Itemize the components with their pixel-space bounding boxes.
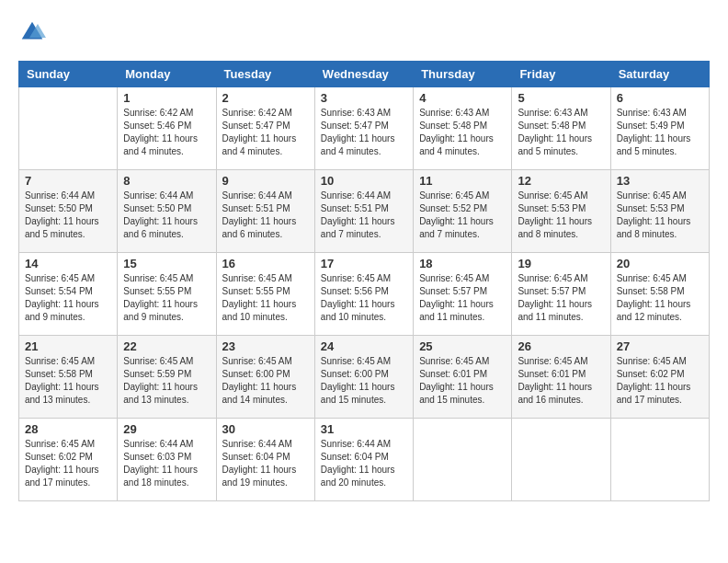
calendar-cell: 29Sunrise: 6:44 AMSunset: 6:03 PMDayligh…	[118, 419, 216, 501]
calendar-week-1: 1Sunrise: 6:42 AMSunset: 5:46 PMDaylight…	[19, 87, 710, 170]
calendar-cell: 17Sunrise: 6:45 AMSunset: 5:56 PMDayligh…	[314, 253, 413, 336]
day-number: 22	[123, 339, 210, 353]
calendar-cell: 2Sunrise: 6:42 AMSunset: 5:47 PMDaylight…	[216, 87, 314, 170]
day-number: 4	[419, 91, 506, 105]
calendar-cell: 16Sunrise: 6:45 AMSunset: 5:55 PMDayligh…	[216, 253, 314, 336]
day-info: Sunrise: 6:44 AMSunset: 6:04 PMDaylight:…	[321, 438, 407, 489]
day-number: 20	[617, 257, 703, 270]
day-number: 6	[617, 91, 703, 105]
calendar-cell: 4Sunrise: 6:43 AMSunset: 5:48 PMDaylight…	[414, 87, 512, 170]
header-saturday: Saturday	[610, 62, 709, 87]
day-number: 18	[419, 257, 506, 270]
day-info: Sunrise: 6:45 AMSunset: 5:55 PMDaylight:…	[123, 272, 210, 324]
day-number: 26	[518, 339, 604, 353]
day-number: 19	[518, 257, 604, 270]
day-number: 8	[123, 174, 210, 188]
calendar-cell: 11Sunrise: 6:45 AMSunset: 5:52 PMDayligh…	[414, 170, 512, 253]
day-info: Sunrise: 6:44 AMSunset: 6:04 PMDaylight:…	[222, 438, 309, 489]
day-number: 12	[518, 174, 604, 188]
calendar-cell: 25Sunrise: 6:45 AMSunset: 6:01 PMDayligh…	[414, 336, 512, 419]
day-number: 21	[25, 339, 111, 353]
calendar-cell	[414, 419, 512, 501]
calendar-cell: 15Sunrise: 6:45 AMSunset: 5:55 PMDayligh…	[118, 253, 216, 336]
header-friday: Friday	[512, 62, 610, 87]
day-number: 28	[25, 422, 111, 436]
day-number: 23	[222, 339, 309, 353]
day-info: Sunrise: 6:44 AMSunset: 5:51 PMDaylight:…	[222, 190, 309, 241]
calendar-header-row: SundayMondayTuesdayWednesdayThursdayFrid…	[19, 62, 710, 87]
calendar-cell: 28Sunrise: 6:45 AMSunset: 6:02 PMDayligh…	[19, 419, 118, 501]
day-number: 11	[419, 174, 506, 188]
header-tuesday: Tuesday	[216, 62, 314, 87]
header-monday: Monday	[118, 62, 216, 87]
day-info: Sunrise: 6:45 AMSunset: 5:55 PMDaylight:…	[222, 272, 309, 324]
day-info: Sunrise: 6:45 AMSunset: 6:00 PMDaylight:…	[321, 355, 407, 407]
day-number: 27	[617, 339, 703, 353]
day-number: 9	[222, 174, 309, 188]
day-number: 5	[518, 91, 604, 105]
calendar-cell: 10Sunrise: 6:44 AMSunset: 5:51 PMDayligh…	[314, 170, 413, 253]
day-info: Sunrise: 6:45 AMSunset: 6:01 PMDaylight:…	[518, 355, 604, 407]
day-info: Sunrise: 6:43 AMSunset: 5:49 PMDaylight:…	[617, 107, 703, 158]
header-thursday: Thursday	[414, 62, 512, 87]
calendar-cell: 14Sunrise: 6:45 AMSunset: 5:54 PMDayligh…	[19, 253, 118, 336]
calendar-cell: 12Sunrise: 6:45 AMSunset: 5:53 PMDayligh…	[512, 170, 610, 253]
day-info: Sunrise: 6:45 AMSunset: 5:56 PMDaylight:…	[321, 272, 407, 324]
calendar-cell: 31Sunrise: 6:44 AMSunset: 6:04 PMDayligh…	[314, 419, 413, 501]
day-info: Sunrise: 6:44 AMSunset: 5:50 PMDaylight:…	[123, 190, 210, 241]
day-info: Sunrise: 6:43 AMSunset: 5:47 PMDaylight:…	[321, 107, 407, 158]
header-wednesday: Wednesday	[314, 62, 413, 87]
header-sunday: Sunday	[19, 62, 118, 87]
day-info: Sunrise: 6:45 AMSunset: 5:52 PMDaylight:…	[419, 190, 506, 241]
day-number: 3	[321, 91, 407, 105]
calendar-cell: 26Sunrise: 6:45 AMSunset: 6:01 PMDayligh…	[512, 336, 610, 419]
day-info: Sunrise: 6:45 AMSunset: 5:53 PMDaylight:…	[518, 190, 604, 241]
day-number: 14	[25, 257, 111, 270]
day-number: 2	[222, 91, 309, 105]
day-info: Sunrise: 6:45 AMSunset: 6:02 PMDaylight:…	[617, 355, 703, 407]
calendar-cell	[19, 87, 118, 170]
calendar-cell: 8Sunrise: 6:44 AMSunset: 5:50 PMDaylight…	[118, 170, 216, 253]
day-number: 15	[123, 257, 210, 270]
day-info: Sunrise: 6:45 AMSunset: 5:58 PMDaylight:…	[25, 355, 111, 407]
day-info: Sunrise: 6:45 AMSunset: 6:02 PMDaylight:…	[25, 438, 111, 489]
day-info: Sunrise: 6:45 AMSunset: 5:57 PMDaylight:…	[419, 272, 506, 324]
calendar-cell: 18Sunrise: 6:45 AMSunset: 5:57 PMDayligh…	[414, 253, 512, 336]
day-info: Sunrise: 6:44 AMSunset: 5:50 PMDaylight:…	[25, 190, 111, 241]
day-info: Sunrise: 6:43 AMSunset: 5:48 PMDaylight:…	[518, 107, 604, 158]
calendar-cell: 9Sunrise: 6:44 AMSunset: 5:51 PMDaylight…	[216, 170, 314, 253]
day-info: Sunrise: 6:43 AMSunset: 5:48 PMDaylight:…	[419, 107, 506, 158]
day-number: 16	[222, 257, 309, 270]
calendar-week-5: 28Sunrise: 6:45 AMSunset: 6:02 PMDayligh…	[19, 419, 710, 501]
day-number: 1	[123, 91, 210, 105]
day-number: 25	[419, 339, 506, 353]
calendar-week-4: 21Sunrise: 6:45 AMSunset: 5:58 PMDayligh…	[19, 336, 710, 419]
calendar-cell: 30Sunrise: 6:44 AMSunset: 6:04 PMDayligh…	[216, 419, 314, 501]
calendar-cell: 1Sunrise: 6:42 AMSunset: 5:46 PMDaylight…	[118, 87, 216, 170]
calendar-cell: 23Sunrise: 6:45 AMSunset: 6:00 PMDayligh…	[216, 336, 314, 419]
calendar-cell: 21Sunrise: 6:45 AMSunset: 5:58 PMDayligh…	[19, 336, 118, 419]
day-info: Sunrise: 6:45 AMSunset: 6:00 PMDaylight:…	[222, 355, 309, 407]
page-header	[18, 18, 710, 46]
calendar-week-2: 7Sunrise: 6:44 AMSunset: 5:50 PMDaylight…	[19, 170, 710, 253]
calendar-cell: 22Sunrise: 6:45 AMSunset: 5:59 PMDayligh…	[118, 336, 216, 419]
day-info: Sunrise: 6:44 AMSunset: 5:51 PMDaylight:…	[321, 190, 407, 241]
day-info: Sunrise: 6:44 AMSunset: 6:03 PMDaylight:…	[123, 438, 210, 489]
day-info: Sunrise: 6:42 AMSunset: 5:47 PMDaylight:…	[222, 107, 309, 158]
day-info: Sunrise: 6:45 AMSunset: 5:54 PMDaylight:…	[25, 272, 111, 324]
day-info: Sunrise: 6:45 AMSunset: 5:53 PMDaylight:…	[617, 190, 703, 241]
day-info: Sunrise: 6:45 AMSunset: 5:57 PMDaylight:…	[518, 272, 604, 324]
day-number: 17	[321, 257, 407, 270]
calendar-cell	[610, 419, 709, 501]
calendar-cell: 19Sunrise: 6:45 AMSunset: 5:57 PMDayligh…	[512, 253, 610, 336]
day-number: 24	[321, 339, 407, 353]
calendar-cell: 7Sunrise: 6:44 AMSunset: 5:50 PMDaylight…	[19, 170, 118, 253]
day-info: Sunrise: 6:45 AMSunset: 5:58 PMDaylight:…	[617, 272, 703, 324]
day-info: Sunrise: 6:42 AMSunset: 5:46 PMDaylight:…	[123, 107, 210, 158]
day-info: Sunrise: 6:45 AMSunset: 6:01 PMDaylight:…	[419, 355, 506, 407]
calendar-cell: 5Sunrise: 6:43 AMSunset: 5:48 PMDaylight…	[512, 87, 610, 170]
calendar-table: SundayMondayTuesdayWednesdayThursdayFrid…	[18, 61, 710, 501]
calendar-cell	[512, 419, 610, 501]
calendar-cell: 20Sunrise: 6:45 AMSunset: 5:58 PMDayligh…	[610, 253, 709, 336]
day-number: 13	[617, 174, 703, 188]
